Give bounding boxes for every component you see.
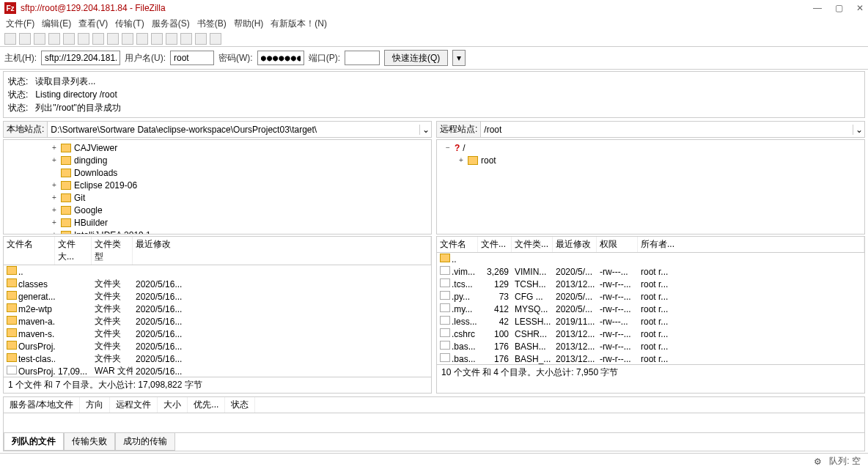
tree-item[interactable]: +root xyxy=(440,154,861,166)
toolbar-button[interactable] xyxy=(63,33,75,45)
column-header[interactable]: 文件类型 xyxy=(92,237,133,265)
queue-tab[interactable]: 成功的传输 xyxy=(115,433,175,451)
queue-tab[interactable]: 传输失败 xyxy=(64,433,115,451)
list-item[interactable]: .vim...3,269VIMIN...2020/5/...-rw---...r… xyxy=(437,265,864,278)
toolbar-button[interactable] xyxy=(34,33,45,45)
doc-icon xyxy=(440,328,450,337)
toolbar xyxy=(0,31,868,47)
menu-item[interactable]: 帮助(H) xyxy=(234,18,264,29)
pwd-input[interactable] xyxy=(257,51,304,65)
column-header[interactable]: 文件名 xyxy=(437,237,478,252)
menu-item[interactable]: 编辑(E) xyxy=(42,18,71,29)
remote-tree[interactable]: −?/+root xyxy=(436,139,865,234)
column-header[interactable]: 远程文件 xyxy=(110,397,158,413)
toolbar-button[interactable] xyxy=(151,33,163,45)
toolbar-button[interactable] xyxy=(4,33,16,45)
tree-item[interactable]: +Git xyxy=(7,191,428,204)
tree-item[interactable]: +HBuilder xyxy=(7,216,428,229)
tree-item[interactable]: Downloads xyxy=(7,166,428,179)
host-input[interactable] xyxy=(41,51,120,65)
menu-item[interactable]: 查看(V) xyxy=(78,18,108,29)
toolbar-button[interactable] xyxy=(180,33,192,45)
queue-status: 队列: 空 xyxy=(829,455,861,468)
list-item[interactable]: maven-s...文件夹2020/5/16... xyxy=(4,328,431,340)
tree-item[interactable]: +Eclipse 2019-06 xyxy=(7,179,428,191)
column-header[interactable]: 状态 xyxy=(225,397,255,413)
list-item[interactable]: classes文件夹2020/5/16... xyxy=(4,278,431,290)
local-tree[interactable]: +CAJViewer+dingding Downloads+Eclipse 20… xyxy=(3,139,432,234)
toolbar-button[interactable] xyxy=(92,33,104,45)
maximize-button[interactable]: ▢ xyxy=(835,3,843,13)
doc-icon xyxy=(440,278,450,287)
quickconnect-button[interactable]: 快速连接(Q) xyxy=(384,50,448,66)
tree-item[interactable]: −?/ xyxy=(440,141,861,154)
toolbar-button[interactable] xyxy=(210,33,221,45)
port-label: 端口(P): xyxy=(309,52,340,64)
menu-item[interactable]: 传输(T) xyxy=(115,18,144,29)
column-header[interactable]: 所有者... xyxy=(638,237,864,252)
quickconnect-dropdown[interactable]: ▾ xyxy=(452,50,466,66)
tree-item[interactable]: +dingding xyxy=(7,154,428,166)
port-input[interactable] xyxy=(345,51,380,65)
list-item[interactable]: OursProj...17,09...WAR 文件2020/5/16... xyxy=(4,365,431,377)
tree-item[interactable]: +Google xyxy=(7,204,428,216)
folder-icon xyxy=(7,266,17,275)
toolbar-button[interactable] xyxy=(136,33,148,45)
column-header[interactable]: 文件大... xyxy=(55,237,92,265)
list-item[interactable]: OursProj...文件夹2020/5/16... xyxy=(4,340,431,352)
column-header[interactable]: 服务器/本地文件 xyxy=(4,397,80,413)
localsite-input[interactable] xyxy=(48,123,419,136)
list-item[interactable]: .. xyxy=(4,265,431,278)
column-header[interactable]: 文件... xyxy=(478,237,512,252)
column-header[interactable]: 优先... xyxy=(188,397,225,413)
column-header[interactable]: 权限 xyxy=(597,237,638,252)
list-item[interactable]: .tcs...129TCSH...2013/12...-rw-r--...roo… xyxy=(437,278,864,290)
local-summary: 1 个文件 和 7 个目录。大小总计: 17,098,822 字节 xyxy=(4,377,431,393)
menu-item[interactable]: 文件(F) xyxy=(6,18,34,29)
remotesite-dropdown[interactable]: ⌄ xyxy=(853,125,864,135)
list-item[interactable]: .bas...176BASH...2013/12...-rw-r--...roo… xyxy=(437,340,864,352)
column-header[interactable]: 方向 xyxy=(80,397,110,413)
close-button[interactable]: ✕ xyxy=(856,3,864,13)
queue-tab[interactable]: 列队的文件 xyxy=(4,433,64,451)
pwd-label: 密码(W): xyxy=(218,52,253,64)
column-header[interactable]: 最近修改 xyxy=(553,237,597,252)
list-item[interactable]: m2e-wtp文件夹2020/5/16... xyxy=(4,303,431,315)
column-header[interactable]: 大小 xyxy=(158,397,188,413)
menu-item[interactable]: 有新版本！(N) xyxy=(271,18,327,29)
menu-item[interactable]: 服务器(S) xyxy=(152,18,190,29)
tree-item[interactable]: +CAJViewer xyxy=(7,141,428,154)
tree-item[interactable]: +IntelliJ IDEA 2019.1 xyxy=(7,229,428,234)
user-input[interactable] xyxy=(170,51,214,65)
toolbar-button[interactable] xyxy=(78,33,89,45)
folder-icon xyxy=(7,353,17,362)
column-header[interactable]: 文件名 xyxy=(4,237,55,265)
list-item[interactable]: .. xyxy=(437,253,864,265)
minimize-button[interactable]: — xyxy=(813,3,822,13)
doc-icon xyxy=(440,303,450,312)
status-log: 状态: 读取目录列表...状态: Listing directory /root… xyxy=(3,71,865,118)
list-item[interactable]: test-clas...文件夹2020/5/16... xyxy=(4,352,431,365)
folder-icon xyxy=(7,341,17,350)
list-item[interactable]: generat...文件夹2020/5/16... xyxy=(4,290,431,303)
list-item[interactable]: .cshrc100CSHR...2013/12...-rw-r--...root… xyxy=(437,328,864,340)
column-header[interactable]: 文件类... xyxy=(512,237,553,252)
list-item[interactable]: .my...412MYSQ...2020/5/...-rw-r--...root… xyxy=(437,303,864,315)
folder-icon xyxy=(7,303,17,312)
remotesite-input[interactable] xyxy=(481,123,853,136)
toolbar-button[interactable] xyxy=(195,33,207,45)
toolbar-button[interactable] xyxy=(122,33,133,45)
toolbar-button[interactable] xyxy=(19,33,31,45)
queue-status-icon: ⚙ xyxy=(814,457,822,467)
column-header[interactable]: 最近修改 xyxy=(133,237,431,265)
localsite-dropdown[interactable]: ⌄ xyxy=(419,125,431,135)
list-item[interactable]: .bas...176BASH_...2013/12...-rw-r--...ro… xyxy=(437,352,864,364)
folder-icon xyxy=(61,206,71,215)
toolbar-button[interactable] xyxy=(107,33,119,45)
list-item[interactable]: .py...73CFG ...2020/5/...-rw-r--...root … xyxy=(437,290,864,303)
toolbar-button[interactable] xyxy=(48,33,60,45)
menu-item[interactable]: 书签(B) xyxy=(197,18,227,29)
toolbar-button[interactable] xyxy=(166,33,177,45)
list-item[interactable]: maven-a...文件夹2020/5/16... xyxy=(4,315,431,328)
list-item[interactable]: .less...42LESSH...2019/11...-rw---...roo… xyxy=(437,315,864,328)
